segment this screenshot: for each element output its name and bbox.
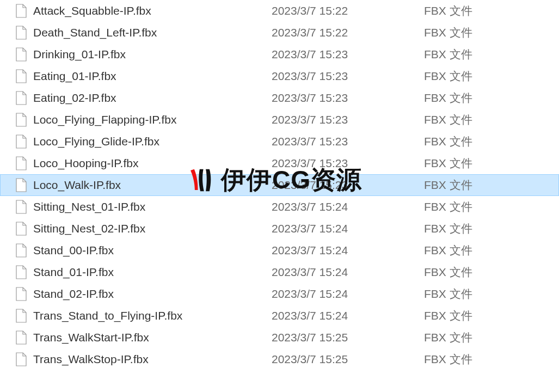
file-date: 2023/3/7 15:24	[272, 244, 424, 257]
file-icon	[16, 134, 27, 149]
file-name: Loco_Hooping-IP.fbx	[33, 157, 272, 170]
file-icon	[16, 287, 27, 301]
file-type: FBX 文件	[424, 352, 558, 367]
file-date: 2023/3/7 15:22	[272, 4, 424, 17]
file-icon	[16, 69, 27, 83]
file-name: Trans_WalkStart-IP.fbx	[33, 331, 272, 344]
file-type: FBX 文件	[424, 177, 558, 193]
file-icon	[16, 200, 27, 214]
file-type: FBX 文件	[424, 134, 558, 149]
file-date: 2023/3/7 15:24	[272, 266, 424, 279]
file-row[interactable]: Loco_Flying_Glide-IP.fbx2023/3/7 15:23FB…	[0, 131, 559, 152]
file-row[interactable]: Stand_00-IP.fbx2023/3/7 15:24FBX 文件	[0, 240, 559, 261]
file-date: 2023/3/7 15:24	[272, 200, 424, 213]
file-name: Loco_Walk-IP.fbx	[33, 179, 272, 192]
file-icon	[16, 47, 27, 62]
file-name: Eating_01-IP.fbx	[33, 70, 272, 83]
file-list: Attack_Squabble-IP.fbx2023/3/7 15:22FBX …	[0, 0, 559, 370]
file-name: Stand_01-IP.fbx	[33, 266, 272, 279]
file-date: 2023/3/7 15:24	[272, 222, 424, 235]
file-date: 2023/3/7 15:23	[272, 179, 424, 192]
file-row[interactable]: Loco_Flying_Flapping-IP.fbx2023/3/7 15:2…	[0, 109, 559, 131]
file-date: 2023/3/7 15:23	[272, 70, 424, 83]
file-type: FBX 文件	[424, 243, 558, 258]
file-name: Attack_Squabble-IP.fbx	[33, 4, 272, 17]
file-icon	[16, 330, 27, 345]
file-icon	[16, 178, 27, 192]
file-name: Loco_Flying_Glide-IP.fbx	[33, 135, 272, 148]
file-icon	[16, 222, 27, 236]
file-type: FBX 文件	[424, 90, 558, 106]
file-row[interactable]: Stand_02-IP.fbx2023/3/7 15:24FBX 文件	[0, 283, 559, 305]
file-icon	[16, 113, 27, 127]
file-type: FBX 文件	[424, 69, 558, 84]
file-name: Stand_02-IP.fbx	[33, 287, 272, 301]
file-icon	[16, 243, 27, 258]
file-date: 2023/3/7 15:23	[272, 157, 424, 170]
file-icon	[16, 26, 27, 40]
file-row[interactable]: Loco_Hooping-IP.fbx2023/3/7 15:23FBX 文件	[0, 152, 559, 174]
file-date: 2023/3/7 15:23	[272, 48, 424, 61]
file-name: Death_Stand_Left-IP.fbx	[33, 26, 272, 39]
file-row[interactable]: Trans_WalkStart-IP.fbx2023/3/7 15:25FBX …	[0, 327, 559, 348]
file-name: Drinking_01-IP.fbx	[33, 48, 272, 61]
file-row[interactable]: Eating_01-IP.fbx2023/3/7 15:23FBX 文件	[0, 65, 559, 87]
file-icon	[16, 91, 27, 105]
file-name: Sitting_Nest_02-IP.fbx	[33, 222, 272, 235]
file-date: 2023/3/7 15:25	[272, 331, 424, 344]
file-row[interactable]: Drinking_01-IP.fbx2023/3/7 15:23FBX 文件	[0, 44, 559, 65]
file-name: Trans_Stand_to_Flying-IP.fbx	[33, 309, 272, 322]
file-row[interactable]: Sitting_Nest_02-IP.fbx2023/3/7 15:24FBX …	[0, 218, 559, 240]
file-row[interactable]: Eating_02-IP.fbx2023/3/7 15:23FBX 文件	[0, 87, 559, 109]
file-date: 2023/3/7 15:23	[272, 113, 424, 126]
file-icon	[16, 156, 27, 170]
file-icon	[16, 4, 27, 18]
file-name: Stand_00-IP.fbx	[33, 244, 272, 257]
file-name: Trans_WalkStop-IP.fbx	[33, 353, 272, 366]
file-icon	[16, 352, 27, 366]
file-name: Eating_02-IP.fbx	[33, 91, 272, 105]
file-icon	[16, 265, 27, 279]
file-row[interactable]: Death_Stand_Left-IP.fbx2023/3/7 15:22FBX…	[0, 22, 559, 44]
file-type: FBX 文件	[424, 47, 558, 62]
file-date: 2023/3/7 15:23	[272, 135, 424, 148]
file-type: FBX 文件	[424, 199, 558, 215]
file-type: FBX 文件	[424, 265, 558, 280]
file-row[interactable]: Stand_01-IP.fbx2023/3/7 15:24FBX 文件	[0, 261, 559, 283]
file-type: FBX 文件	[424, 221, 558, 236]
file-type: FBX 文件	[424, 25, 558, 40]
file-name: Sitting_Nest_01-IP.fbx	[33, 200, 272, 213]
file-row[interactable]: Loco_Walk-IP.fbx2023/3/7 15:23FBX 文件	[0, 174, 559, 196]
file-date: 2023/3/7 15:25	[272, 353, 424, 366]
file-row[interactable]: Trans_WalkStop-IP.fbx2023/3/7 15:25FBX 文…	[0, 348, 559, 370]
file-row[interactable]: Sitting_Nest_01-IP.fbx2023/3/7 15:24FBX …	[0, 196, 559, 218]
file-date: 2023/3/7 15:23	[272, 91, 424, 105]
file-icon	[16, 309, 27, 323]
file-type: FBX 文件	[424, 330, 558, 345]
file-type: FBX 文件	[424, 308, 558, 323]
file-type: FBX 文件	[424, 112, 558, 127]
file-type: FBX 文件	[424, 3, 558, 19]
file-date: 2023/3/7 15:24	[272, 309, 424, 322]
file-date: 2023/3/7 15:22	[272, 26, 424, 39]
file-type: FBX 文件	[424, 286, 558, 302]
file-row[interactable]: Attack_Squabble-IP.fbx2023/3/7 15:22FBX …	[0, 0, 559, 22]
file-row[interactable]: Trans_Stand_to_Flying-IP.fbx2023/3/7 15:…	[0, 305, 559, 327]
file-type: FBX 文件	[424, 156, 558, 171]
file-date: 2023/3/7 15:24	[272, 287, 424, 301]
file-name: Loco_Flying_Flapping-IP.fbx	[33, 113, 272, 126]
